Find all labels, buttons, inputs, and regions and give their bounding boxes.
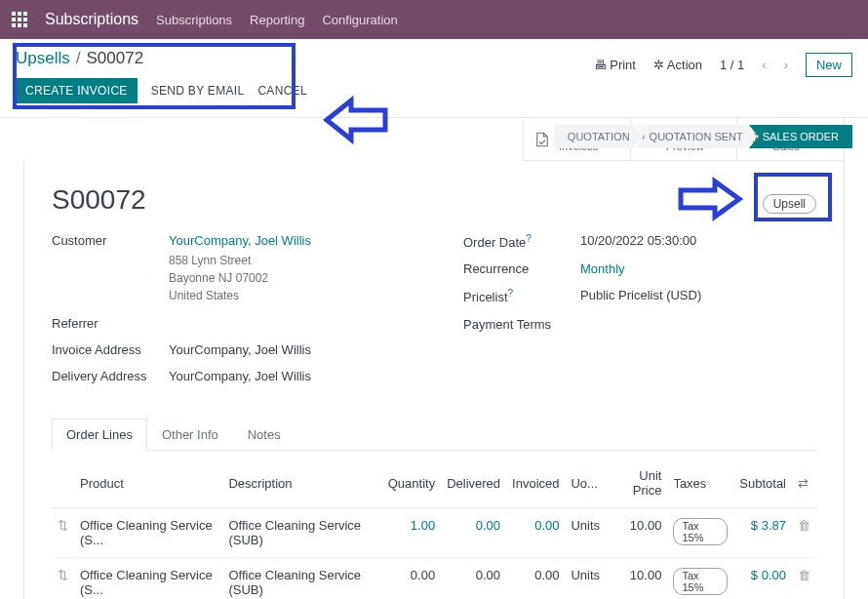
cell-description[interactable]: Office Cleaning Service (SUB)	[222, 558, 381, 600]
cell-invoiced[interactable]: 0.00	[506, 558, 565, 600]
invoice-address-label: Invoice Address	[52, 342, 169, 357]
topbar: Subscriptions Subscriptions Reporting Co…	[0, 0, 868, 39]
th-product[interactable]: Product	[74, 459, 222, 508]
breadcrumb-sep: /	[76, 49, 81, 68]
nav-reporting[interactable]: Reporting	[250, 13, 304, 27]
cell-delivered[interactable]: 0.00	[441, 508, 506, 558]
action-row: CREATE INVOICE SEND BY EMAIL CANCEL	[16, 78, 852, 103]
pricelist-value[interactable]: Public Pricelist (USD)	[580, 288, 701, 304]
tabs: Order Lines Other Info Notes	[52, 419, 816, 451]
upsell-tag[interactable]: Upsell	[763, 194, 816, 214]
customer-address: 858 Lynn Street Bayonne NJ 07002 United …	[52, 252, 405, 304]
cell-quantity[interactable]: 1.00	[382, 508, 441, 558]
document-icon	[533, 131, 551, 148]
delivery-address-label: Delivery Address	[52, 369, 169, 383]
cell-description[interactable]: Office Cleaning Service (SUB)	[222, 508, 381, 558]
order-lines-table: Product Description Quantity Delivered I…	[52, 459, 816, 599]
print-button[interactable]: 🖶 Print	[594, 58, 636, 72]
stage-quotation[interactable]: QUOTATION	[554, 125, 644, 148]
action-button[interactable]: ✲ Action	[653, 58, 702, 72]
invoice-address-value[interactable]: YourCompany, Joel Willis	[169, 342, 311, 357]
breadcrumb-root[interactable]: Upsells	[16, 49, 70, 68]
recurrence-label: Recurrence	[463, 261, 580, 276]
tab-order-lines[interactable]: Order Lines	[52, 419, 147, 451]
trash-icon[interactable]: 🗑	[798, 518, 810, 533]
pager: 1 / 1	[720, 58, 744, 72]
customer-value[interactable]: YourCompany, Joel Willis	[169, 233, 311, 248]
stage-quotation-sent[interactable]: QUOTATION SENT	[636, 125, 757, 148]
th-subtotal[interactable]: Subtotal	[733, 459, 792, 508]
trash-icon[interactable]: 🗑	[798, 568, 810, 582]
cell-uom[interactable]: Units	[565, 508, 606, 558]
breadcrumb-current: S00072	[86, 49, 143, 68]
cell-subtotal[interactable]: $ 0.00	[733, 558, 792, 600]
nav-configuration[interactable]: Configuration	[322, 13, 397, 27]
new-button[interactable]: New	[806, 53, 852, 77]
th-description[interactable]: Description	[222, 459, 381, 508]
cell-product[interactable]: Office Cleaning Service (S...	[74, 508, 222, 558]
cell-unit-price[interactable]: 10.00	[606, 558, 667, 600]
cancel-button[interactable]: CANCEL	[257, 84, 306, 98]
th-invoiced[interactable]: Invoiced	[506, 459, 565, 508]
cell-product[interactable]: Office Cleaning Service (S...	[74, 558, 222, 600]
cell-quantity[interactable]: 0.00	[382, 558, 441, 600]
pager-next-icon[interactable]: ›	[784, 58, 788, 72]
payment-terms-label: Payment Terms	[463, 317, 580, 332]
th-uom[interactable]: Uo...	[565, 459, 606, 508]
pricelist-label: Pricelist?	[463, 288, 580, 304]
cell-taxes[interactable]: Tax 15%	[667, 558, 733, 600]
order-date-value[interactable]: 10/20/2022 05:30:00	[580, 233, 696, 250]
page-title: S00072	[52, 184, 816, 216]
stage-sales-order[interactable]: SALES ORDER	[749, 125, 852, 148]
toolbar: Upsells / S00072 CREATE INVOICE SEND BY …	[0, 39, 868, 118]
create-invoice-button[interactable]: CREATE INVOICE	[16, 78, 138, 103]
tab-notes[interactable]: Notes	[233, 419, 296, 450]
cell-subtotal[interactable]: $ 3.87	[733, 508, 792, 558]
brand: Subscriptions	[45, 11, 138, 28]
right-tools: 🖶 Print ✲ Action 1 / 1 ‹ › New	[594, 53, 852, 77]
customer-label: Customer	[52, 233, 169, 248]
order-date-label: Order Date?	[463, 233, 580, 250]
table-row[interactable]: ⇅Office Cleaning Service (S...Office Cle…	[52, 508, 816, 558]
pager-prev-icon[interactable]: ‹	[762, 58, 766, 72]
th-taxes[interactable]: Taxes	[667, 459, 733, 508]
cell-taxes[interactable]: Tax 15%	[667, 508, 733, 558]
fields: CustomerYourCompany, Joel Willis 858 Lyn…	[52, 233, 816, 395]
send-by-email-button[interactable]: SEND BY EMAIL	[151, 84, 245, 98]
table-row[interactable]: ⇅Office Cleaning Service (S...Office Cle…	[52, 558, 816, 600]
th-quantity[interactable]: Quantity	[382, 459, 441, 508]
stage-bar: QUOTATION QUOTATION SENT SALES ORDER	[554, 125, 852, 148]
tab-other-info[interactable]: Other Info	[147, 419, 233, 450]
cell-uom[interactable]: Units	[565, 558, 606, 600]
delivery-address-value[interactable]: YourCompany, Joel Willis	[169, 369, 311, 383]
cell-invoiced[interactable]: 0.00	[506, 508, 565, 558]
cell-delivered[interactable]: 0.00	[441, 558, 506, 600]
nav-subscriptions[interactable]: Subscriptions	[156, 13, 232, 27]
column-options-icon[interactable]: ⇄	[798, 476, 809, 491]
drag-handle-icon[interactable]: ⇅	[58, 518, 68, 533]
referrer-label: Referrer	[52, 316, 169, 331]
sheet: S00072 Upsell CustomerYourCompany, Joel …	[23, 161, 845, 599]
recurrence-value[interactable]: Monthly	[580, 261, 625, 276]
th-unit-price[interactable]: Unit Price	[606, 459, 667, 508]
th-delivered[interactable]: Delivered	[441, 459, 506, 508]
drag-handle-icon[interactable]: ⇅	[58, 568, 68, 582]
apps-icon[interactable]	[12, 12, 27, 27]
cell-unit-price[interactable]: 10.00	[606, 508, 667, 558]
